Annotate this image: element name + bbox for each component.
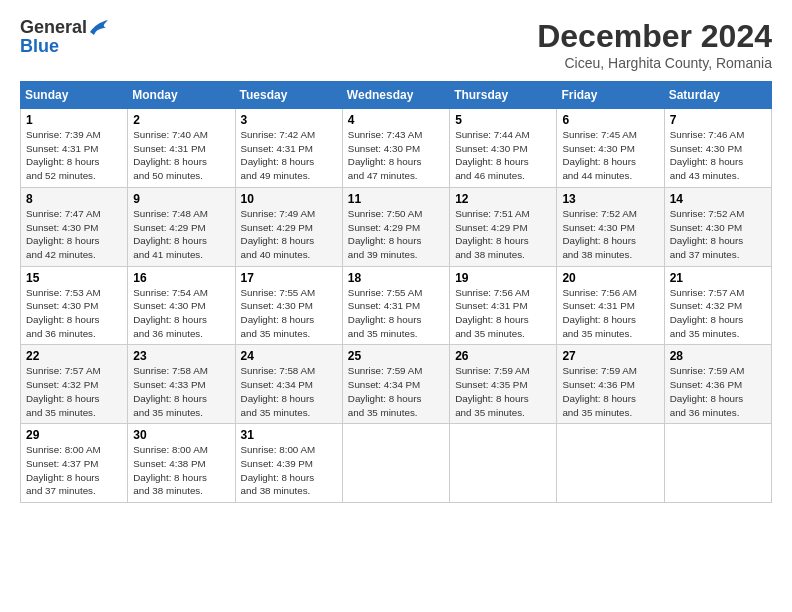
day-number: 13 — [562, 192, 659, 206]
day-number: 11 — [348, 192, 445, 206]
day-info: Sunrise: 7:39 AM Sunset: 4:31 PM Dayligh… — [26, 128, 123, 183]
logo: General Blue — [20, 18, 110, 57]
day-number: 10 — [241, 192, 338, 206]
logo-text: General — [20, 18, 110, 36]
day-cell: 15Sunrise: 7:53 AM Sunset: 4:30 PM Dayli… — [21, 266, 128, 345]
day-cell: 2Sunrise: 7:40 AM Sunset: 4:31 PM Daylig… — [128, 109, 235, 188]
day-cell: 17Sunrise: 7:55 AM Sunset: 4:30 PM Dayli… — [235, 266, 342, 345]
day-number: 12 — [455, 192, 552, 206]
day-cell: 19Sunrise: 7:56 AM Sunset: 4:31 PM Dayli… — [450, 266, 557, 345]
logo-bird-icon — [88, 18, 110, 36]
subtitle: Ciceu, Harghita County, Romania — [537, 55, 772, 71]
day-info: Sunrise: 7:45 AM Sunset: 4:30 PM Dayligh… — [562, 128, 659, 183]
day-cell — [557, 424, 664, 503]
day-cell: 24Sunrise: 7:58 AM Sunset: 4:34 PM Dayli… — [235, 345, 342, 424]
col-header-sunday: Sunday — [21, 82, 128, 109]
day-number: 28 — [670, 349, 767, 363]
day-cell: 22Sunrise: 7:57 AM Sunset: 4:32 PM Dayli… — [21, 345, 128, 424]
day-cell: 20Sunrise: 7:56 AM Sunset: 4:31 PM Dayli… — [557, 266, 664, 345]
day-info: Sunrise: 7:42 AM Sunset: 4:31 PM Dayligh… — [241, 128, 338, 183]
day-info: Sunrise: 7:47 AM Sunset: 4:30 PM Dayligh… — [26, 207, 123, 262]
day-info: Sunrise: 7:55 AM Sunset: 4:30 PM Dayligh… — [241, 286, 338, 341]
day-info: Sunrise: 7:57 AM Sunset: 4:32 PM Dayligh… — [26, 364, 123, 419]
col-header-thursday: Thursday — [450, 82, 557, 109]
col-header-tuesday: Tuesday — [235, 82, 342, 109]
day-info: Sunrise: 7:56 AM Sunset: 4:31 PM Dayligh… — [562, 286, 659, 341]
day-number: 16 — [133, 271, 230, 285]
day-cell: 18Sunrise: 7:55 AM Sunset: 4:31 PM Dayli… — [342, 266, 449, 345]
day-number: 25 — [348, 349, 445, 363]
day-number: 14 — [670, 192, 767, 206]
day-info: Sunrise: 7:52 AM Sunset: 4:30 PM Dayligh… — [562, 207, 659, 262]
day-info: Sunrise: 7:57 AM Sunset: 4:32 PM Dayligh… — [670, 286, 767, 341]
day-number: 4 — [348, 113, 445, 127]
day-cell: 29Sunrise: 8:00 AM Sunset: 4:37 PM Dayli… — [21, 424, 128, 503]
day-cell: 21Sunrise: 7:57 AM Sunset: 4:32 PM Dayli… — [664, 266, 771, 345]
day-info: Sunrise: 7:54 AM Sunset: 4:30 PM Dayligh… — [133, 286, 230, 341]
day-info: Sunrise: 7:48 AM Sunset: 4:29 PM Dayligh… — [133, 207, 230, 262]
day-number: 3 — [241, 113, 338, 127]
day-number: 23 — [133, 349, 230, 363]
day-cell: 8Sunrise: 7:47 AM Sunset: 4:30 PM Daylig… — [21, 187, 128, 266]
day-number: 21 — [670, 271, 767, 285]
col-header-wednesday: Wednesday — [342, 82, 449, 109]
day-number: 8 — [26, 192, 123, 206]
day-cell: 4Sunrise: 7:43 AM Sunset: 4:30 PM Daylig… — [342, 109, 449, 188]
day-info: Sunrise: 7:59 AM Sunset: 4:35 PM Dayligh… — [455, 364, 552, 419]
calendar-table: SundayMondayTuesdayWednesdayThursdayFrid… — [20, 81, 772, 503]
day-cell: 3Sunrise: 7:42 AM Sunset: 4:31 PM Daylig… — [235, 109, 342, 188]
day-number: 29 — [26, 428, 123, 442]
day-info: Sunrise: 7:52 AM Sunset: 4:30 PM Dayligh… — [670, 207, 767, 262]
day-info: Sunrise: 7:44 AM Sunset: 4:30 PM Dayligh… — [455, 128, 552, 183]
day-cell: 31Sunrise: 8:00 AM Sunset: 4:39 PM Dayli… — [235, 424, 342, 503]
day-info: Sunrise: 7:58 AM Sunset: 4:34 PM Dayligh… — [241, 364, 338, 419]
day-info: Sunrise: 7:51 AM Sunset: 4:29 PM Dayligh… — [455, 207, 552, 262]
day-cell — [664, 424, 771, 503]
week-row-2: 8Sunrise: 7:47 AM Sunset: 4:30 PM Daylig… — [21, 187, 772, 266]
title-block: December 2024 Ciceu, Harghita County, Ro… — [537, 18, 772, 71]
day-info: Sunrise: 8:00 AM Sunset: 4:39 PM Dayligh… — [241, 443, 338, 498]
day-cell: 26Sunrise: 7:59 AM Sunset: 4:35 PM Dayli… — [450, 345, 557, 424]
col-header-saturday: Saturday — [664, 82, 771, 109]
day-cell: 11Sunrise: 7:50 AM Sunset: 4:29 PM Dayli… — [342, 187, 449, 266]
day-number: 15 — [26, 271, 123, 285]
logo-blue: Blue — [20, 36, 59, 57]
main-title: December 2024 — [537, 18, 772, 55]
day-info: Sunrise: 7:58 AM Sunset: 4:33 PM Dayligh… — [133, 364, 230, 419]
day-number: 24 — [241, 349, 338, 363]
day-info: Sunrise: 7:59 AM Sunset: 4:36 PM Dayligh… — [562, 364, 659, 419]
day-cell — [342, 424, 449, 503]
day-info: Sunrise: 7:55 AM Sunset: 4:31 PM Dayligh… — [348, 286, 445, 341]
week-row-4: 22Sunrise: 7:57 AM Sunset: 4:32 PM Dayli… — [21, 345, 772, 424]
day-number: 26 — [455, 349, 552, 363]
day-cell: 13Sunrise: 7:52 AM Sunset: 4:30 PM Dayli… — [557, 187, 664, 266]
week-row-1: 1Sunrise: 7:39 AM Sunset: 4:31 PM Daylig… — [21, 109, 772, 188]
day-cell: 1Sunrise: 7:39 AM Sunset: 4:31 PM Daylig… — [21, 109, 128, 188]
week-row-5: 29Sunrise: 8:00 AM Sunset: 4:37 PM Dayli… — [21, 424, 772, 503]
day-cell: 9Sunrise: 7:48 AM Sunset: 4:29 PM Daylig… — [128, 187, 235, 266]
day-number: 6 — [562, 113, 659, 127]
day-cell: 10Sunrise: 7:49 AM Sunset: 4:29 PM Dayli… — [235, 187, 342, 266]
day-number: 5 — [455, 113, 552, 127]
day-cell: 5Sunrise: 7:44 AM Sunset: 4:30 PM Daylig… — [450, 109, 557, 188]
day-number: 20 — [562, 271, 659, 285]
header-row: SundayMondayTuesdayWednesdayThursdayFrid… — [21, 82, 772, 109]
day-cell: 6Sunrise: 7:45 AM Sunset: 4:30 PM Daylig… — [557, 109, 664, 188]
day-info: Sunrise: 7:59 AM Sunset: 4:36 PM Dayligh… — [670, 364, 767, 419]
day-info: Sunrise: 7:46 AM Sunset: 4:30 PM Dayligh… — [670, 128, 767, 183]
day-number: 19 — [455, 271, 552, 285]
day-number: 31 — [241, 428, 338, 442]
day-info: Sunrise: 7:53 AM Sunset: 4:30 PM Dayligh… — [26, 286, 123, 341]
col-header-monday: Monday — [128, 82, 235, 109]
day-cell: 16Sunrise: 7:54 AM Sunset: 4:30 PM Dayli… — [128, 266, 235, 345]
header: General Blue December 2024 Ciceu, Harghi… — [20, 18, 772, 71]
day-info: Sunrise: 7:56 AM Sunset: 4:31 PM Dayligh… — [455, 286, 552, 341]
week-row-3: 15Sunrise: 7:53 AM Sunset: 4:30 PM Dayli… — [21, 266, 772, 345]
day-number: 22 — [26, 349, 123, 363]
day-number: 2 — [133, 113, 230, 127]
day-number: 1 — [26, 113, 123, 127]
day-info: Sunrise: 8:00 AM Sunset: 4:38 PM Dayligh… — [133, 443, 230, 498]
day-info: Sunrise: 7:59 AM Sunset: 4:34 PM Dayligh… — [348, 364, 445, 419]
logo-general: General — [20, 18, 87, 36]
day-cell: 28Sunrise: 7:59 AM Sunset: 4:36 PM Dayli… — [664, 345, 771, 424]
